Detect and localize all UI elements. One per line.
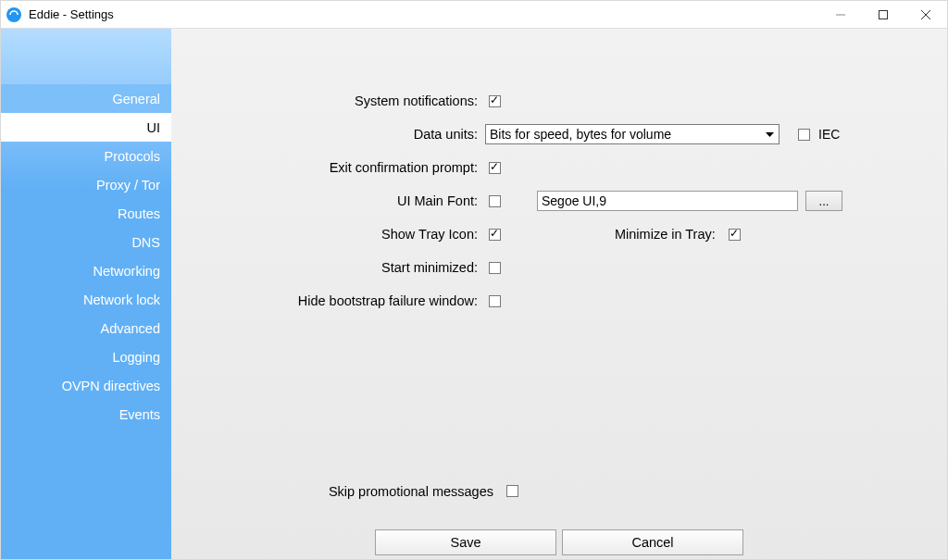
start-minimized-label: Start minimized: (171, 260, 483, 275)
close-button[interactable] (904, 1, 947, 29)
skip-promo-checkbox[interactable] (506, 485, 518, 497)
sidebar-item-label: Advanced (101, 321, 161, 336)
sidebar-item-proxy-tor[interactable]: Proxy / Tor (1, 170, 171, 199)
data-units-value: Bits for speed, bytes for volume (490, 127, 671, 142)
footer: Save Cancel (171, 529, 947, 559)
sidebar-item-ovpn-directives[interactable]: OVPN directives (1, 371, 171, 400)
sidebar: General UI Protocols Proxy / Tor Routes … (1, 29, 171, 559)
exit-confirm-checkbox[interactable] (489, 162, 501, 174)
body: General UI Protocols Proxy / Tor Routes … (1, 29, 947, 559)
ui-font-browse-button[interactable]: ... (805, 191, 842, 211)
iec-label: IEC (818, 127, 840, 142)
sidebar-item-label: Protocols (105, 149, 160, 164)
settings-window: Eddie - Settings General UI Protocols Pr… (0, 0, 948, 560)
sidebar-item-label: DNS (131, 235, 160, 250)
window-controls (819, 1, 947, 29)
maximize-button[interactable] (862, 1, 904, 29)
min-in-tray-checkbox[interactable] (729, 229, 741, 241)
ui-font-checkbox[interactable] (489, 195, 501, 207)
sidebar-item-events[interactable]: Events (1, 400, 171, 429)
sidebar-item-ui[interactable]: UI (1, 113, 171, 142)
sidebar-item-general[interactable]: General (1, 84, 171, 113)
sidebar-item-networking[interactable]: Networking (1, 256, 171, 285)
sidebar-item-advanced[interactable]: Advanced (1, 314, 171, 342)
minimize-button[interactable] (819, 1, 862, 29)
titlebar: Eddie - Settings (1, 1, 947, 29)
show-tray-label: Show Tray Icon: (171, 227, 483, 242)
sidebar-item-protocols[interactable]: Protocols (1, 142, 171, 170)
system-notifications-checkbox[interactable] (489, 95, 501, 107)
sidebar-item-label: Logging (112, 350, 160, 365)
svg-rect-1 (879, 10, 888, 19)
ui-font-browse-label: ... (819, 194, 830, 208)
hide-bootstrap-checkbox[interactable] (489, 295, 501, 307)
sidebar-item-label: Proxy / Tor (96, 178, 160, 193)
sidebar-item-label: UI (147, 120, 161, 135)
cancel-button-label: Cancel (631, 535, 673, 550)
sidebar-item-label: Network lock (83, 292, 160, 307)
settings-panel: System notifications: Data units: Bits f… (171, 29, 947, 559)
save-button[interactable]: Save (375, 529, 556, 555)
sidebar-item-routes[interactable]: Routes (1, 199, 171, 228)
show-tray-checkbox[interactable] (489, 229, 501, 241)
sidebar-item-network-lock[interactable]: Network lock (1, 285, 171, 314)
system-notifications-label: System notifications: (171, 93, 483, 108)
dropdown-icon (762, 126, 777, 143)
skip-promo-label: Skip promotional messages (171, 484, 503, 499)
ui-font-label: UI Main Font: (171, 193, 483, 208)
skip-promo-row: Skip promotional messages (171, 482, 947, 500)
ui-font-value: Segoe UI,9 (542, 193, 606, 208)
sidebar-item-label: General (112, 92, 160, 106)
window-title: Eddie - Settings (29, 7, 114, 21)
exit-confirm-label: Exit confirmation prompt: (171, 160, 483, 175)
sidebar-item-label: Networking (93, 264, 160, 279)
svg-marker-4 (766, 132, 774, 137)
data-units-label: Data units: (171, 127, 483, 142)
sidebar-item-logging[interactable]: Logging (1, 342, 171, 371)
settings-form: System notifications: Data units: Bits f… (171, 29, 947, 317)
iec-checkbox[interactable] (798, 129, 810, 141)
cancel-button[interactable]: Cancel (562, 529, 743, 555)
ui-font-input[interactable]: Segoe UI,9 (537, 191, 798, 211)
data-units-select[interactable]: Bits for speed, bytes for volume (485, 124, 780, 144)
sidebar-item-dns[interactable]: DNS (1, 228, 171, 256)
start-minimized-checkbox[interactable] (489, 262, 501, 274)
save-button-label: Save (450, 535, 480, 550)
min-in-tray-label: Minimize in Tray: (615, 227, 716, 242)
app-icon (6, 7, 21, 22)
sidebar-item-label: Events (119, 407, 160, 422)
sidebar-item-label: OVPN directives (62, 379, 160, 393)
hide-bootstrap-label: Hide bootstrap failure window: (171, 293, 483, 308)
sidebar-item-label: Routes (118, 206, 160, 221)
